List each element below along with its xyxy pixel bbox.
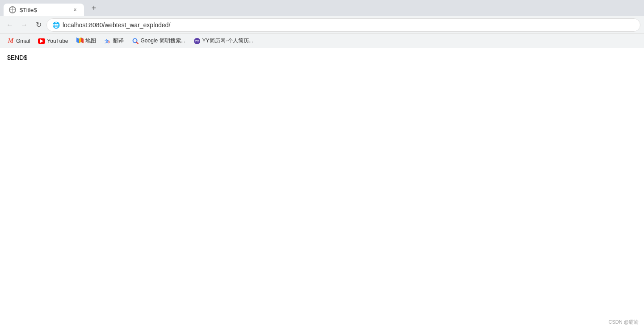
translate-icon: 文 A [104,37,111,45]
google-search-icon [132,37,139,45]
svg-marker-2 [76,37,79,43]
address-bar[interactable]: 🌐 localhost:8080/webtest_war_exploded/ [46,18,640,32]
new-tab-button[interactable]: + [88,2,100,14]
maps-icon [76,37,84,45]
svg-line-7 [136,42,138,44]
watermark: CSDN @霸渝 [609,319,639,325]
bookmark-translate-label: 翻译 [113,37,124,45]
back-icon: ← [6,21,13,29]
svg-text:A: A [108,40,110,44]
tab-favicon [9,6,16,13]
browser-chrome: $Title$ × + ← → ↻ 🌐 localhost:8080/webte… [0,0,644,48]
svg-marker-3 [81,37,84,43]
security-icon: 🌐 [52,21,60,29]
svg-marker-1 [79,37,81,43]
active-tab[interactable]: $Title$ × [4,4,84,16]
bookmark-translate[interactable]: 文 A 翻译 [101,35,127,46]
yy-resume-icon: YY [194,37,201,45]
forward-icon: → [21,21,28,29]
bookmark-google-search[interactable]: Google 简明搜索... [128,35,189,46]
bookmark-maps-label: 地图 [85,37,96,45]
bookmark-youtube[interactable]: YouTube [34,36,72,46]
tab-bar: $Title$ × + [0,0,644,16]
youtube-icon [38,37,45,45]
bookmarks-bar: M Gmail YouTube 地图 [0,34,644,48]
nav-bar: ← → ↻ 🌐 localhost:8080/webtest_war_explo… [0,16,644,34]
bookmark-google-search-label: Google 简明搜索... [141,37,185,45]
address-text: localhost:8080/webtest_war_exploded/ [63,21,635,29]
bookmark-gmail-label: Gmail [16,38,30,44]
url-text: localhost:8080/webtest_war_exploded/ [63,21,170,29]
bookmark-yy-label: YY简历网-个人简历... [202,37,253,45]
gmail-icon: M [7,37,14,45]
reload-icon: ↻ [36,21,42,29]
bookmark-yy-resume[interactable]: YY YY简历网-个人简历... [190,35,257,46]
forward-button[interactable]: → [18,19,30,31]
bookmark-youtube-label: YouTube [47,38,68,44]
reload-button[interactable]: ↻ [32,19,45,31]
page-body-text: $END$ [7,54,27,61]
tab-title: $Title$ [20,7,68,13]
page-content: $END$ [0,48,644,329]
svg-text:YY: YY [195,40,199,43]
tab-close-button[interactable]: × [72,6,79,13]
bookmark-gmail[interactable]: M Gmail [4,36,34,46]
back-button[interactable]: ← [4,19,16,31]
bookmark-maps[interactable]: 地图 [73,35,100,46]
